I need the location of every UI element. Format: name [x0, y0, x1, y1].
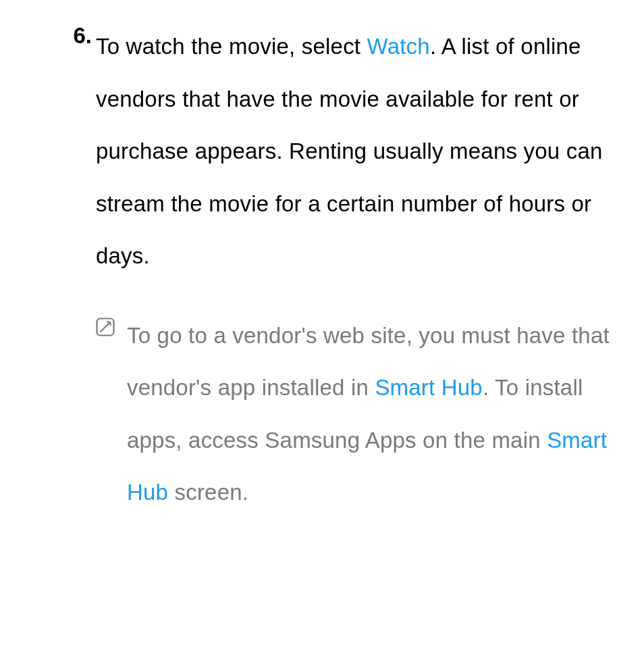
- step-text-segment: . A list of online vendors that have the…: [96, 34, 603, 268]
- watch-link[interactable]: Watch: [367, 34, 430, 59]
- step-text: To watch the movie, select Watch. A list…: [96, 20, 610, 282]
- note-icon: [96, 318, 115, 336]
- step-text-segment: To watch the movie, select: [96, 34, 367, 59]
- step-item: 6. To watch the movie, select Watch. A l…: [61, 20, 610, 282]
- note-text-segment: screen.: [168, 480, 248, 505]
- svg-line-1: [101, 322, 110, 332]
- note-text: To go to a vendor's web site, you must h…: [127, 309, 610, 519]
- note-block: To go to a vendor's web site, you must h…: [61, 309, 610, 519]
- smart-hub-link[interactable]: Smart Hub: [375, 375, 483, 400]
- step-number: 6.: [61, 20, 96, 51]
- document-page: 6. To watch the movie, select Watch. A l…: [0, 0, 644, 519]
